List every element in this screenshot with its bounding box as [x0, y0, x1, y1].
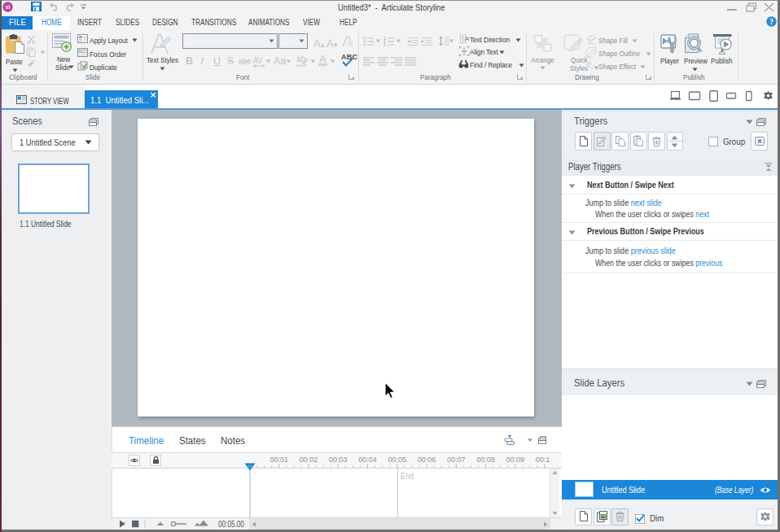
svg-text:00:02: 00:02	[300, 456, 318, 464]
svg-text:00:03: 00:03	[329, 456, 348, 464]
svg-text:sl: sl	[6, 4, 11, 10]
svg-text:00:04: 00:04	[358, 456, 377, 464]
svg-text:A: A	[465, 35, 469, 42]
svg-text:3: 3	[383, 43, 386, 46]
svg-text:00:09: 00:09	[506, 456, 525, 464]
svg-text:00:08: 00:08	[476, 456, 495, 464]
svg-text:00:06: 00:06	[418, 456, 436, 464]
svg-text:00:10: 00:10	[536, 456, 550, 464]
svg-text:00:05: 00:05	[388, 456, 407, 464]
svg-text:00:07: 00:07	[447, 456, 466, 464]
svg-text:?: ?	[769, 18, 773, 26]
svg-text:00:01: 00:01	[270, 456, 289, 464]
